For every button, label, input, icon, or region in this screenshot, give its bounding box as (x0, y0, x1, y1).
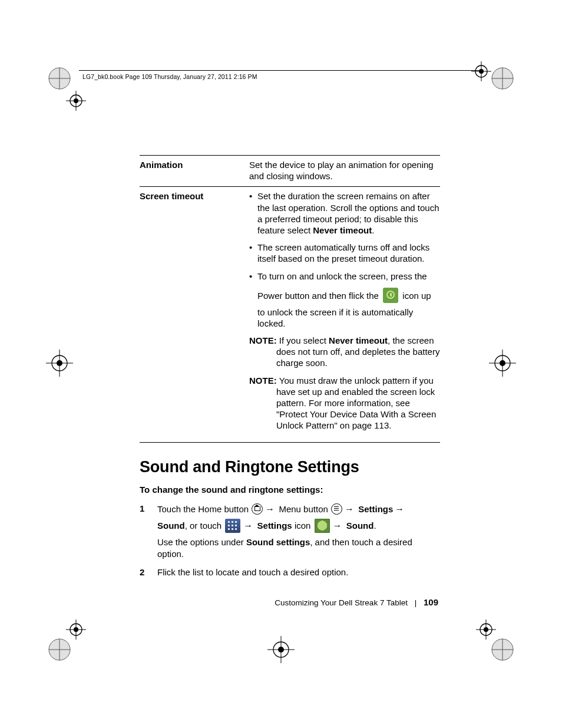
arrow-right-icon: → (243, 521, 253, 531)
text: Menu button (276, 504, 330, 514)
step-number: 2 (140, 566, 144, 578)
bold-text: Sound (157, 521, 185, 531)
crop-mark-icon (489, 65, 516, 92)
crop-mark-icon (476, 620, 496, 640)
bold-text: Sound settings (246, 537, 310, 547)
step-number: 1 (140, 503, 144, 515)
steps-list: 1 Touch the Home button → Menu button → … (140, 503, 440, 578)
page-footer: Customizing Your Dell Streak 7 Tablet | … (275, 597, 438, 607)
text: . (373, 521, 376, 531)
row-label: Animation (140, 156, 249, 187)
bold-text: Never timeout (313, 225, 372, 235)
text: Use the options under (157, 537, 246, 547)
text: does not turn off, and depletes the batt… (249, 346, 440, 368)
table-row: Animation Set the device to play an anim… (140, 156, 440, 187)
crop-mark-icon (489, 350, 516, 377)
body-content: Animation Set the device to play an anim… (140, 155, 440, 584)
home-icon (252, 503, 263, 515)
separator: | (415, 598, 417, 607)
list-item: 2 Flick the list to locate and touch a d… (140, 566, 440, 578)
apps-grid-icon (225, 519, 240, 533)
bold-text: Never timeout (329, 335, 388, 345)
page-number: 109 (424, 597, 438, 607)
bold-text: Settings (358, 504, 393, 514)
arrow-right-icon: → (395, 504, 404, 514)
text: icon (292, 521, 313, 531)
section-heading: Sound and Ringtone Settings (140, 458, 440, 476)
note-label: NOTE: (249, 335, 279, 345)
text: Flick the list to locate and touch a des… (157, 567, 348, 577)
crop-mark-icon (66, 91, 86, 111)
list-item: 1 Touch the Home button → Menu button → … (140, 503, 440, 561)
note-label: NOTE: (249, 375, 279, 386)
text: , or touch (185, 521, 224, 531)
settings-icon (315, 519, 330, 533)
crop-mark-icon (471, 61, 491, 81)
text: have set up and enabled the screen lock … (249, 386, 440, 431)
text: To turn on and unlock the screen, press … (257, 271, 440, 282)
row-desc: Set the device to play an animation for … (249, 156, 440, 187)
chapter-title: Customizing Your Dell Streak 7 Tablet (275, 598, 408, 607)
list-item: To turn on and unlock the screen, press … (249, 271, 440, 330)
text: , the screen (388, 335, 434, 345)
page: LG7_bk0.book Page 109 Thursday, January … (0, 0, 562, 728)
table-row: Screen timeout Set the duration the scre… (140, 187, 440, 442)
text: Touch the Home button (157, 504, 251, 514)
list-item: The screen automatically turns off and l… (249, 242, 440, 264)
lock-icon (383, 288, 398, 303)
text: . (372, 225, 374, 235)
crop-mark-icon (267, 636, 295, 663)
arrow-right-icon: → (265, 504, 275, 514)
arrow-right-icon: → (333, 521, 342, 531)
text: Power button and then flick the (257, 291, 381, 301)
row-label: Screen timeout (140, 187, 249, 442)
crop-mark-icon (46, 65, 73, 92)
note: NOTE: You must draw the unlock pattern i… (249, 375, 440, 431)
bold-text: Settings (257, 521, 292, 531)
list-item: Set the duration the screen remains on a… (249, 190, 440, 236)
text: If you select (279, 335, 329, 345)
bold-text: Sound (346, 521, 374, 531)
text: You must draw the unlock pattern if you (279, 375, 434, 386)
crop-mark-icon (489, 636, 516, 663)
text: to unlock the screen if it is automatica… (257, 307, 440, 329)
note: NOTE: If you select Never timeout, the s… (249, 335, 440, 369)
crop-mark-icon (46, 636, 73, 663)
subheading: To change the sound and ringtone setting… (140, 485, 440, 495)
arrow-right-icon: → (345, 504, 354, 514)
header-rule (79, 70, 483, 71)
crop-mark-icon (46, 350, 73, 377)
row-desc: Set the duration the screen remains on a… (249, 187, 440, 442)
text: icon up (400, 291, 431, 301)
settings-table: Animation Set the device to play an anim… (140, 155, 440, 443)
menu-icon (331, 503, 342, 515)
header-text: LG7_bk0.book Page 109 Thursday, January … (82, 73, 257, 80)
crop-mark-icon (66, 620, 86, 640)
